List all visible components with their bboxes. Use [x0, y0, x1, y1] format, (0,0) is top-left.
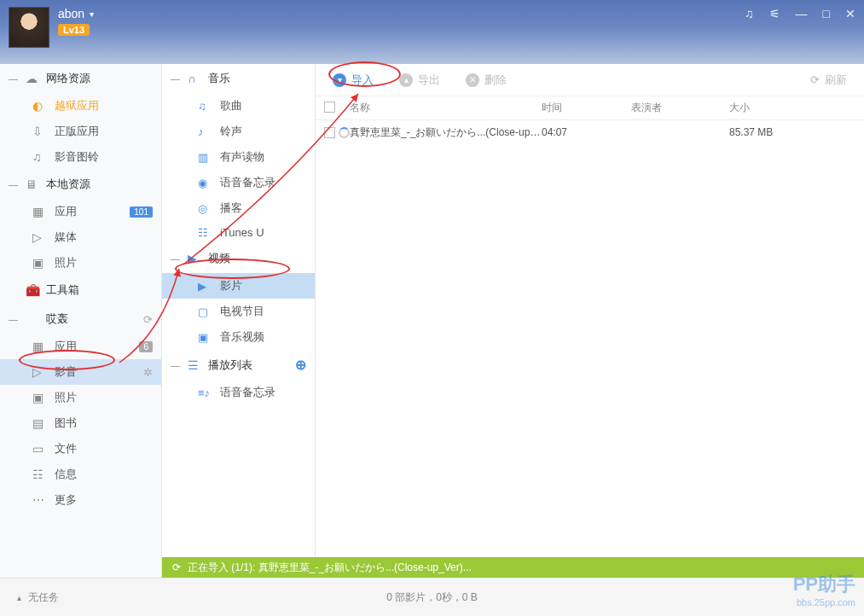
section-title: 工具箱 — [46, 282, 79, 298]
nav-local-media[interactable]: ▷媒体 — [0, 224, 161, 250]
nav-media-ringtones[interactable]: ♫影音图铃 — [0, 144, 161, 170]
photo-icon: ▣ — [32, 391, 48, 404]
mid-section-playlist[interactable]: —☰播放列表⊕ — [162, 350, 315, 380]
toolbar: ▾导入 ▴导出 ✕删除 ⟳刷新 — [316, 64, 864, 96]
refresh-icon: ⟳ — [810, 73, 820, 86]
mid-audiobooks[interactable]: ▥有声读物 — [162, 144, 315, 170]
apps-icon: ▦ — [32, 205, 48, 218]
book-icon: ▥ — [198, 151, 213, 164]
badge: 6 — [139, 341, 153, 352]
cell-time: 04:07 — [542, 126, 631, 138]
nav-device-more[interactable]: ⋯更多 — [0, 487, 161, 513]
export-button[interactable]: ▴导出 — [399, 73, 440, 88]
nav-local-apps[interactable]: ▦应用101 — [0, 199, 161, 224]
nav-toolbox[interactable]: — 🧰 工具箱 — [0, 276, 161, 305]
podcast-icon: ◎ — [198, 202, 213, 215]
info-icon: ☷ — [32, 468, 48, 481]
nav-jailbreak-apps[interactable]: ◐越狱应用 — [0, 93, 161, 119]
avatar[interactable] — [9, 7, 49, 48]
collapse-icon: — — [9, 179, 20, 189]
more-icon: ⋯ — [32, 493, 48, 507]
import-button[interactable]: ▾导入 — [333, 73, 374, 88]
nav-section-local[interactable]: — 🖥 本地资源 — [0, 170, 161, 199]
col-artist[interactable]: 表演者 — [631, 101, 729, 115]
mid-songs[interactable]: ♫歌曲 — [162, 93, 315, 119]
app-header: abon ▾ Lv13 ♫ ⚟ — □ ✕ — [0, 0, 864, 64]
collapse-icon: — — [171, 360, 183, 370]
mid-tvshows[interactable]: ▢电视节目 — [162, 299, 315, 324]
music-icon: ♫ — [32, 150, 48, 164]
book-icon: ▤ — [32, 416, 48, 430]
close-button[interactable]: ✕ — [845, 7, 855, 20]
video-icon: ▷ — [32, 365, 48, 379]
watermark-url: bbs.25pp.com — [793, 597, 855, 607]
maximize-button[interactable]: □ — [823, 7, 830, 20]
row-checkbox[interactable] — [324, 127, 335, 138]
level-badge: Lv13 — [58, 24, 90, 36]
cloud-icon: ☁ — [26, 72, 41, 85]
nav-device-files[interactable]: ▭文件 — [0, 436, 161, 462]
download-icon: ⇩ — [32, 125, 48, 138]
mid-ringtones[interactable]: ♪铃声 — [162, 119, 315, 144]
section-title: 哎轰 — [46, 311, 68, 327]
nav-section-device[interactable]: — · 哎轰 ⟳ — [0, 305, 161, 334]
nav-device-apps[interactable]: ▦应用6 — [0, 334, 161, 359]
collapse-icon: — — [171, 73, 183, 84]
content-pane: ▾导入 ▴导出 ✕删除 ⟳刷新 名称 时间 表演者 大小 真野恵里菜_-_お願い… — [316, 64, 864, 616]
media-icon: ▷ — [32, 230, 48, 244]
refresh-icon[interactable]: ⟳ — [143, 313, 153, 326]
bell-icon: ♪ — [198, 125, 213, 138]
p-icon: ◐ — [32, 99, 48, 113]
col-name[interactable]: 名称 — [350, 101, 542, 115]
mid-itunesu[interactable]: ☷iTunes U — [162, 221, 315, 244]
photo-icon: ▣ — [32, 256, 48, 270]
nav-device-info[interactable]: ☷信息 — [0, 462, 161, 487]
cell-size: 85.37 MB — [729, 126, 815, 138]
import-icon: ▾ — [333, 73, 346, 87]
mv-icon: ▣ — [198, 331, 213, 344]
section-title: 本地资源 — [46, 177, 90, 192]
mic-icon: ◉ — [198, 177, 213, 189]
music-note-icon: ♫ — [198, 100, 213, 113]
nav-device-av[interactable]: ▷影音✲ — [0, 359, 161, 385]
nav-official-apps[interactable]: ⇩正版应用 — [0, 119, 161, 144]
middle-sidebar: —∩音乐 ♫歌曲 ♪铃声 ▥有声读物 ◉语音备忘录 ◎播客 ☷iTunes U … — [162, 64, 316, 616]
apps-icon: ▦ — [32, 340, 48, 353]
add-playlist-icon[interactable]: ⊕ — [295, 357, 306, 373]
file-icon: ▭ — [32, 442, 48, 456]
loading-spinner-icon — [339, 127, 350, 138]
collapse-icon: — — [9, 73, 20, 84]
user-name[interactable]: abon ▾ — [58, 7, 94, 20]
menu-icon[interactable]: ⚟ — [769, 7, 780, 20]
nav-device-books[interactable]: ▤图书 — [0, 410, 161, 436]
nav-device-photos[interactable]: ▣照片 — [0, 385, 161, 410]
music-icon[interactable]: ♫ — [745, 7, 754, 20]
nav-local-photos[interactable]: ▣照片 — [0, 250, 161, 276]
list-icon: ☰ — [188, 358, 203, 372]
mid-musicvideos[interactable]: ▣音乐视频 — [162, 324, 315, 350]
status-text: 正在导入 (1/1): 真野恵里菜_-_お願いだから...(Close-up_V… — [188, 561, 472, 575]
mid-section-video[interactable]: —▶视频 — [162, 244, 315, 273]
table-row[interactable]: 真野恵里菜_-_お願いだから...(Close-up_... 04:07 85.… — [316, 120, 864, 144]
bottom-bar: ▴ 无任务 0 部影片，0秒，0 B PP助手 bbs.25pp.com — [0, 578, 864, 616]
refresh-button[interactable]: ⟳刷新 — [810, 73, 847, 88]
select-all-checkbox[interactable] — [324, 102, 335, 113]
nav-section-network[interactable]: — ☁ 网络资源 — [0, 64, 161, 93]
expand-icon: ▴ — [17, 593, 21, 602]
username-text: abon — [58, 7, 84, 20]
tv-icon: ▢ — [198, 305, 213, 318]
mid-voicememos[interactable]: ◉语音备忘录 — [162, 170, 315, 195]
delete-button[interactable]: ✕删除 — [466, 73, 507, 88]
badge: 101 — [130, 206, 153, 218]
col-time[interactable]: 时间 — [542, 101, 631, 115]
task-indicator[interactable]: ▴ 无任务 — [17, 590, 59, 605]
mid-section-music[interactable]: —∩音乐 — [162, 64, 315, 93]
status-spinner-icon: ⟳ — [172, 561, 181, 573]
film-icon: ▶ — [198, 280, 213, 293]
mid-podcasts[interactable]: ◎播客 — [162, 195, 315, 221]
grad-icon: ☷ — [198, 226, 213, 239]
col-size[interactable]: 大小 — [729, 101, 815, 115]
mid-playlist-voicememo[interactable]: ≡♪语音备忘录 — [162, 380, 315, 405]
minimize-button[interactable]: — — [796, 7, 808, 20]
mid-movies[interactable]: ▶影片 — [162, 273, 315, 299]
